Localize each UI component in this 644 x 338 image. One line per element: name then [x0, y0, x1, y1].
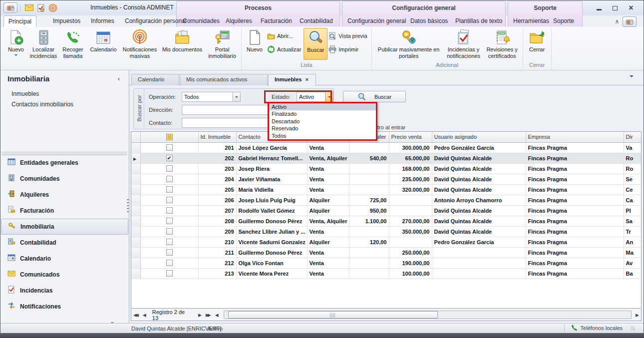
ribbon-tab-facturacion[interactable]: Facturación [256, 15, 297, 27]
cell-usuario[interactable]: David Quintas Alcalde [432, 226, 526, 237]
header-usuario[interactable]: Usuario asignado [432, 132, 526, 142]
cell-direccion[interactable]: Av [624, 258, 641, 268]
cell-usuario[interactable]: Pedro González García [432, 142, 526, 153]
row-checkbox[interactable] [166, 176, 173, 182]
cell-empresa[interactable]: Fincas Pragma [526, 216, 624, 226]
cell-precio-venta[interactable]: 190.000,00 [389, 258, 432, 268]
cell-id[interactable]: 202 [198, 153, 236, 163]
notificaciones-masivas-button[interactable]: Notificaciones masivas [120, 28, 160, 60]
cell-operacion[interactable]: Venta [307, 226, 349, 237]
table-row[interactable]: 202Gabriel Herranz Tomell...Venta, Alqui… [131, 153, 641, 163]
cell-precio-venta[interactable] [389, 205, 432, 216]
cell-id[interactable]: 201 [198, 142, 236, 153]
table-row[interactable]: 211Guillermo Donoso PérezVenta250.000,00… [131, 247, 641, 258]
header-id[interactable]: Id. Inmueble [198, 132, 236, 142]
next-record-button[interactable] [196, 310, 204, 321]
cell-precio-alquiler[interactable]: 540,00 [349, 153, 389, 163]
row-checkbox[interactable] [166, 207, 173, 214]
row-checkbox[interactable] [166, 270, 173, 277]
cell-contacto[interactable]: José López García [236, 142, 307, 153]
cell-operacion[interactable]: Alquiler [307, 195, 349, 205]
cell-precio-alquiler[interactable] [349, 142, 389, 153]
sidebar-item-inmobiliaria[interactable]: Inmobiliaria [1, 219, 128, 235]
cell-usuario[interactable]: David Quintas Alcalde [432, 216, 526, 226]
resize-grip[interactable] [631, 326, 635, 330]
cell-id[interactable]: 206 [198, 195, 236, 205]
cell-contacto[interactable]: Josep Lluis Puig Puig [236, 195, 307, 205]
ribbon-tab-comunidades[interactable]: Comunidades [178, 15, 224, 27]
cell-precio-alquiler[interactable] [349, 163, 389, 174]
dropdown-option-descartado[interactable]: Descartado [269, 118, 376, 125]
cell-id[interactable]: 205 [198, 184, 236, 195]
table-row[interactable]: 207Rodolfo Vallet GómezAlquiler950,00Dav… [131, 205, 641, 216]
row-checkbox[interactable] [166, 144, 173, 151]
ribbon-tab-herramientas[interactable]: Herramientas [509, 15, 554, 27]
cell-direccion[interactable]: Ba [624, 268, 641, 279]
sidebar-item-contabilidad[interactable]: Contabilidad [1, 235, 128, 251]
abrir-button[interactable]: Abrir... [266, 30, 304, 41]
ribbon-tab-contabilidad[interactable]: Contabilidad [295, 15, 337, 27]
cell-usuario[interactable]: David Quintas Alcalde [432, 184, 526, 195]
cell-empresa[interactable]: Fincas Pragma [526, 142, 624, 153]
cell-empresa[interactable]: Fincas Pragma [526, 226, 624, 237]
cell-operacion[interactable]: Venta, Alquiler [307, 216, 349, 226]
cell-id[interactable]: 213 [198, 268, 236, 279]
tasks-quick-button[interactable] [36, 4, 45, 12]
header-empresa[interactable]: Empresa [526, 132, 624, 142]
sidebar-collapse-button[interactable] [118, 75, 120, 82]
first-record-button[interactable] [131, 310, 141, 321]
ribbon-collapse-button[interactable] [613, 17, 622, 26]
row-checkbox[interactable] [166, 155, 173, 161]
cell-precio-alquiler[interactable] [349, 184, 389, 195]
cell-id[interactable]: 207 [198, 205, 236, 216]
cell-empresa[interactable]: Fincas Pragma [526, 258, 624, 268]
cell-id[interactable]: 203 [198, 163, 236, 174]
broadcast-quick-button[interactable] [48, 4, 57, 12]
previous-record-button[interactable] [141, 310, 148, 321]
row-checkbox[interactable] [166, 239, 173, 245]
publicar-masivamente-button[interactable]: Publicar masivamente en portales [373, 28, 444, 60]
scroll-right-button[interactable] [634, 310, 641, 321]
table-row[interactable]: 208Guillermo Donoso PérezVenta, Alquiler… [131, 216, 641, 226]
cell-id[interactable]: 204 [198, 174, 236, 184]
cell-precio-venta[interactable]: 100.000,00 [389, 268, 432, 279]
cell-direccion[interactable]: Ce [624, 184, 641, 195]
cell-precio-venta[interactable]: 350.000,00 [389, 226, 432, 237]
table-row[interactable]: 206Josep Lluis Puig PuigAlquiler725,00An… [131, 195, 641, 205]
cell-id[interactable]: 212 [198, 258, 236, 268]
actualizar-button[interactable]: Actualizar [266, 44, 304, 55]
cell-precio-alquiler[interactable] [349, 174, 389, 184]
cell-direccion[interactable]: Va [624, 142, 641, 153]
sidebar-item-comunidades[interactable]: Comunidades [1, 171, 128, 187]
row-checkbox[interactable] [166, 228, 173, 235]
cell-precio-venta[interactable]: 65.000,00 [389, 153, 432, 163]
cell-direccion[interactable]: Tr [624, 226, 641, 237]
ribbon-tab-plantillas[interactable]: Plantillas de texto [451, 15, 507, 27]
scroll-left-button[interactable] [213, 310, 221, 321]
cell-id[interactable]: 208 [198, 216, 236, 226]
filter-buscar-button[interactable]: Buscar [343, 91, 406, 102]
last-record-button[interactable] [204, 310, 213, 321]
vista-previa-button[interactable]: Vista previa [327, 30, 369, 41]
cell-precio-alquiler[interactable] [349, 268, 389, 279]
cell-usuario[interactable]: David Quintas Alcalde [432, 163, 526, 174]
chevron-down-icon[interactable] [232, 92, 240, 101]
cell-direccion[interactable]: Ca [624, 195, 641, 205]
cell-direccion[interactable]: Ro [624, 153, 641, 163]
cell-usuario[interactable]: David Quintas Alcalde [432, 153, 526, 163]
cell-usuario[interactable]: Pedro González García [432, 237, 526, 247]
cell-contacto[interactable]: Vicente Mora Perez [236, 268, 307, 279]
mis-documentos-button[interactable]: Mis documentos [160, 28, 205, 60]
revisiones-certificados-button[interactable]: Revisiones y certificados [483, 28, 521, 60]
cell-contacto[interactable]: Javier Viñamata [236, 174, 307, 184]
calendario-button[interactable]: Calendario [87, 28, 120, 60]
row-checkbox[interactable] [166, 249, 173, 256]
sidebar-item-comunicados[interactable]: Comunicados [1, 267, 128, 283]
chevron-down-icon[interactable] [630, 75, 634, 79]
cell-precio-alquiler[interactable] [349, 258, 389, 268]
chevron-down-icon[interactable] [325, 92, 333, 101]
cell-precio-venta[interactable]: 300.000,00 [389, 142, 432, 153]
cell-precio-alquiler[interactable]: 1.100,00 [349, 216, 389, 226]
nuevo-button[interactable]: Nuevo [4, 28, 28, 60]
ribbon-app-button[interactable] [623, 16, 637, 27]
